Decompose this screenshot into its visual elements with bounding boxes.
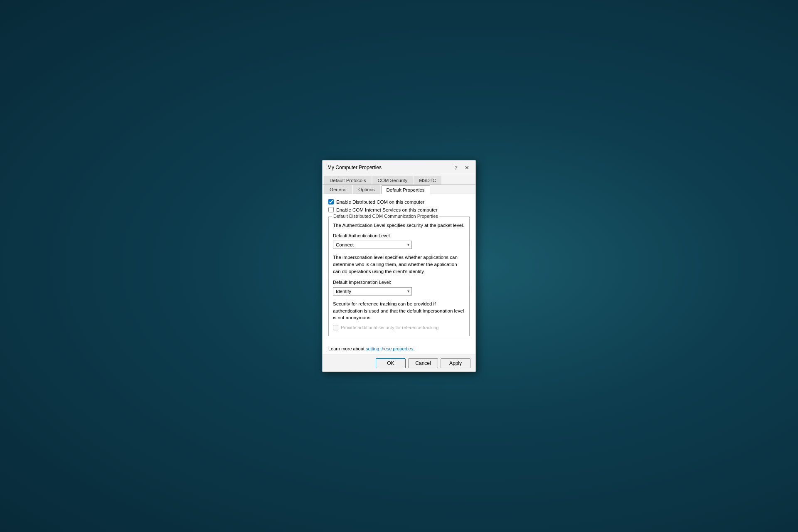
tab-default-protocols[interactable]: Default Protocols	[324, 176, 372, 185]
reference-tracking-checkbox[interactable]	[333, 325, 338, 330]
ok-button[interactable]: OK	[376, 358, 406, 368]
tab-general[interactable]: General	[324, 185, 352, 194]
enable-dcom-label: Enable Distributed COM on this computer	[336, 200, 424, 204]
tab-options[interactable]: Options	[353, 185, 380, 194]
auth-level-description: The Authentication Level specifies secur…	[333, 222, 465, 229]
reference-tracking-row: Provide additional security for referenc…	[333, 325, 465, 331]
group-content: The Authentication Level specifies secur…	[333, 222, 465, 331]
reference-tracking-description: Security for reference tracking can be p…	[333, 300, 465, 321]
title-bar-controls: ? ✕	[451, 163, 472, 172]
cancel-button[interactable]: Cancel	[408, 358, 438, 368]
help-button[interactable]: ?	[451, 163, 461, 172]
my-computer-properties-dialog: My Computer Properties ? ✕ Default Proto…	[322, 160, 476, 372]
learn-more-link[interactable]: setting these properties	[366, 346, 413, 351]
impersonation-label: Default Impersonation Level:	[333, 279, 465, 286]
enable-com-internet-checkbox[interactable]	[328, 207, 334, 212]
auth-level-select[interactable]: None Default Connect Call Packet Packet …	[333, 241, 412, 249]
tab-default-properties[interactable]: Default Properties	[381, 185, 430, 194]
dialog-title: My Computer Properties	[328, 165, 382, 170]
close-button[interactable]: ✕	[461, 163, 472, 172]
impersonation-select[interactable]: Anonymous Identify Impersonate Delegate	[333, 287, 412, 296]
reference-tracking-label: Provide additional security for referenc…	[341, 325, 438, 331]
tab-com-security[interactable]: COM Security	[372, 176, 413, 185]
impersonation-description: The impersonation level specifies whethe…	[333, 254, 465, 275]
tab-msdtc[interactable]: MSDTC	[414, 176, 441, 185]
dialog-footer: OK Cancel Apply	[323, 355, 475, 372]
learn-more-suffix: .	[413, 346, 414, 351]
auth-level-select-wrap: None Default Connect Call Packet Packet …	[333, 241, 412, 249]
tabs-row-1: Default Protocols COM Security MSDTC	[323, 174, 475, 185]
auth-level-label: Default Authentication Level:	[333, 233, 465, 239]
dcom-properties-group: Default Distributed COM Communication Pr…	[328, 217, 470, 336]
impersonation-select-wrap: Anonymous Identify Impersonate Delegate …	[333, 287, 412, 296]
enable-com-internet-row: Enable COM Internet Services on this com…	[328, 207, 470, 212]
tabs-row-2: General Options Default Properties	[323, 185, 475, 194]
enable-com-internet-label: Enable COM Internet Services on this com…	[336, 207, 438, 212]
apply-button[interactable]: Apply	[441, 358, 470, 368]
enable-dcom-checkbox[interactable]	[328, 199, 334, 204]
learn-more-section: Learn more about setting these propertie…	[323, 342, 475, 355]
group-box-title: Default Distributed COM Communication Pr…	[332, 214, 439, 219]
enable-dcom-row: Enable Distributed COM on this computer	[328, 199, 470, 204]
learn-more-prefix: Learn more about	[328, 346, 366, 351]
title-bar: My Computer Properties ? ✕	[323, 160, 475, 174]
dialog-content: Enable Distributed COM on this computer …	[323, 194, 475, 342]
